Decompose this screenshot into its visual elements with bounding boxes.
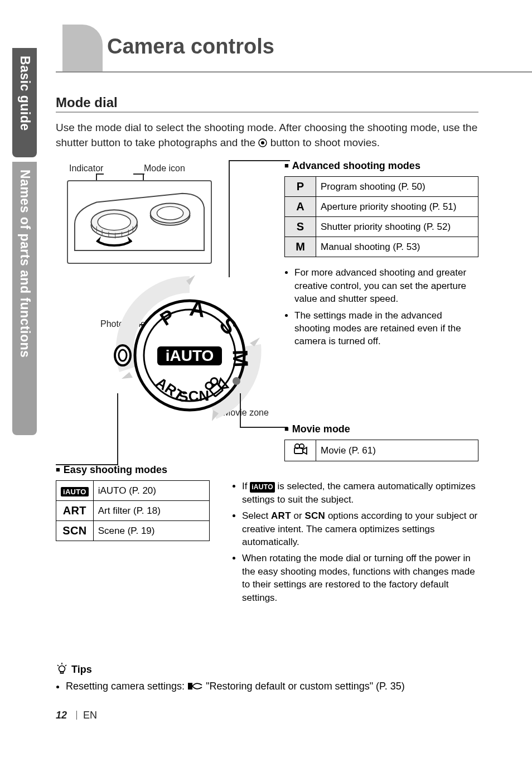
svg-line-37 — [65, 665, 66, 666]
mode-symbol: P — [285, 177, 316, 197]
svg-text:SCN: SCN — [178, 387, 210, 405]
lead-line — [133, 173, 144, 175]
easy-modes-block: ■Easy shooting modes iAUTO iAUTO (P. 20)… — [56, 464, 480, 541]
svg-text:M: M — [228, 349, 252, 368]
chapter-tab-shape — [62, 25, 103, 73]
table-row: ART Art filter (P. 18) — [56, 501, 210, 521]
mode-symbol: ART — [56, 501, 94, 521]
list-item: The settings made in the advanced shooti… — [294, 309, 478, 348]
tips-heading: Tips — [56, 662, 480, 677]
movie-mode-block: ■Movie mode Movie (P. 61) — [284, 423, 478, 461]
connector-line — [229, 160, 230, 277]
mode-symbol: SCN — [56, 521, 94, 541]
chapter-title: Camera controls — [107, 35, 274, 59]
camera-sketch-svg — [72, 186, 206, 259]
list-item: For more advanced shooting and greater c… — [294, 266, 478, 305]
page-footer: 12 EN — [56, 710, 97, 721]
list-item: If iAUTO is selected, the camera automat… — [242, 480, 480, 506]
advanced-heading: ■Advanced shooting modes — [284, 160, 478, 172]
connector-line — [240, 393, 241, 427]
square-bullet-icon: ■ — [284, 161, 289, 170]
page-number: 12 — [56, 710, 67, 721]
table-row: SShutter priority shooting (P. 52) — [285, 217, 478, 237]
list-item: When rotating the mode dial or turning o… — [242, 552, 480, 604]
label-mode-icon: Mode icon — [144, 163, 185, 173]
movie-icon — [293, 443, 308, 457]
table-row: MManual shooting (P. 53) — [285, 237, 478, 257]
advanced-bullets: For more advanced shooting and greater c… — [294, 266, 478, 348]
svg-point-4 — [98, 214, 130, 230]
svg-rect-39 — [188, 683, 192, 690]
table-row: iAUTO iAUTO (P. 20) — [56, 481, 210, 501]
side-tab-basic-guide: Basic guide — [12, 48, 37, 157]
svg-line-36 — [57, 665, 59, 666]
movie-mode-table: Movie (P. 61) — [284, 440, 478, 461]
svg-point-18 — [119, 350, 127, 361]
advanced-modes-block: ■Advanced shooting modes PProgram shooti… — [284, 160, 478, 351]
section-title: Mode dial — [56, 95, 478, 113]
easy-bullets: If iAUTO is selected, the camera automat… — [232, 480, 480, 607]
page-lang: EN — [83, 710, 97, 721]
svg-point-21 — [233, 377, 240, 385]
svg-text:iAUTO: iAUTO — [166, 347, 214, 364]
intro-paragraph: Use the mode dial to select the shooting… — [56, 120, 478, 151]
mode-symbol: M — [285, 237, 316, 257]
camera-top-illustration — [67, 180, 212, 264]
record-icon — [258, 137, 267, 152]
figure-area: Indicator Mode icon — [56, 160, 478, 428]
side-tab-label: Names of parts and functions — [17, 170, 32, 358]
movie-heading: ■Movie mode — [284, 423, 478, 435]
side-tab-parts-functions: Names of parts and functions — [12, 162, 37, 435]
chapter-rule — [56, 71, 532, 73]
table-row: Movie (P. 61) — [285, 440, 478, 461]
mode-symbol: iAUTO — [56, 481, 94, 501]
iauto-badge-icon: iAUTO — [250, 482, 275, 493]
intro-text-a: Use the mode dial to select the shooting… — [56, 122, 477, 148]
mode-symbol: S — [285, 217, 316, 237]
table-row: PProgram shooting (P. 50) — [285, 177, 478, 197]
movie-desc: Movie (P. 61) — [316, 440, 478, 461]
connector-line — [240, 427, 288, 428]
tips-block: Tips Resetting camera settings: "Restori… — [56, 662, 480, 693]
side-tab-label: Basic guide — [17, 56, 32, 131]
table-row: SCN Scene (P. 19) — [56, 521, 210, 541]
square-bullet-icon: ■ — [284, 425, 289, 433]
mode-dial-illustration: iAUTO P A S M ART SCN — [112, 272, 268, 428]
mode-desc: Aperture priority shooting (P. 51) — [316, 197, 478, 217]
iauto-badge-icon: iAUTO — [61, 487, 89, 496]
label-indicator: Indicator — [69, 163, 103, 173]
easy-heading: ■Easy shooting modes — [56, 464, 480, 476]
advanced-modes-table: PProgram shooting (P. 50) AAperture prio… — [284, 176, 478, 257]
content: Mode dial Use the mode dial to select th… — [56, 95, 478, 428]
svg-point-34 — [59, 666, 65, 672]
list-item: Select ART or SCN options according to y… — [242, 509, 480, 548]
mode-symbol: A — [285, 197, 316, 217]
list-item: Resetting camera settings: "Restoring de… — [66, 681, 480, 693]
intro-text-b: button to shoot movies. — [270, 137, 380, 148]
svg-rect-38 — [61, 672, 64, 673]
page: Basic guide Names of parts and functions… — [0, 0, 532, 757]
mode-desc: Manual shooting (P. 53) — [316, 237, 478, 257]
connector-line — [117, 393, 118, 465]
svg-text:A: A — [188, 297, 206, 322]
mode-desc: Program shooting (P. 50) — [316, 177, 478, 197]
movie-symbol-cell — [285, 440, 316, 461]
connector-line — [229, 160, 290, 161]
mode-desc: Art filter (P. 18) — [93, 501, 209, 521]
mode-desc: iAUTO (P. 20) — [93, 481, 209, 501]
square-bullet-icon: ■ — [56, 465, 60, 474]
easy-modes-table: iAUTO iAUTO (P. 20) ART Art filter (P. 1… — [56, 480, 210, 541]
lead-line — [96, 173, 104, 175]
lightbulb-icon — [56, 662, 68, 677]
mode-desc: Shutter priority shooting (P. 52) — [316, 217, 478, 237]
divider — [76, 711, 77, 720]
svg-point-14 — [157, 207, 183, 220]
table-row: AAperture priority shooting (P. 51) — [285, 197, 478, 217]
mode-desc: Scene (P. 19) — [93, 521, 209, 541]
svg-point-1 — [261, 141, 264, 144]
chapter-header: Camera controls — [56, 25, 532, 75]
cross-reference-icon — [187, 682, 203, 693]
